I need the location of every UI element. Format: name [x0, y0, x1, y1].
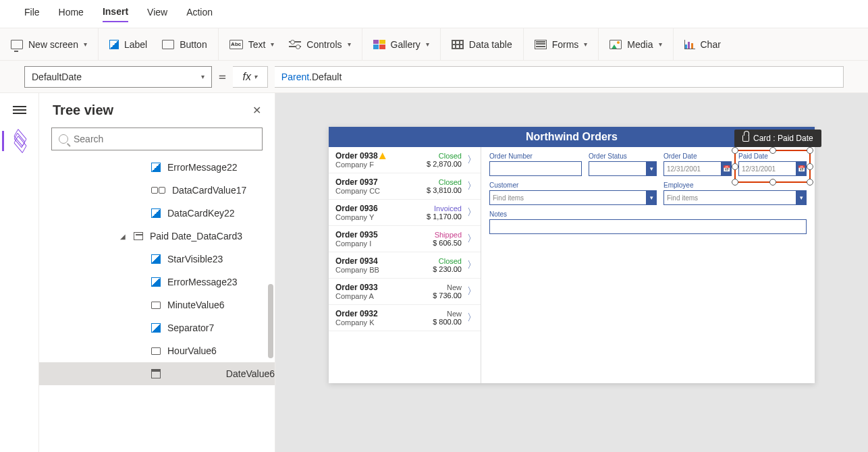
search-icon	[59, 134, 68, 144]
employee-select[interactable]: Find items▾	[663, 190, 807, 205]
order-row[interactable]: Order 0937Company CCClosed$ 3,810.00〉	[329, 173, 481, 200]
field-order-date: Order Date 12/31/2001📅	[663, 152, 732, 176]
scrollbar-thumb[interactable]	[268, 284, 273, 358]
chevron-right-icon: 〉	[467, 233, 477, 245]
link-icon	[151, 187, 165, 194]
chevron-down-icon: ▾	[426, 40, 429, 48]
edit-icon	[151, 163, 161, 172]
label-icon	[109, 40, 119, 49]
customer-select[interactable]: Find items▾	[489, 190, 657, 205]
expand-icon[interactable]: ◢	[120, 233, 127, 240]
form-icon	[535, 40, 547, 49]
order-date-input[interactable]: 12/31/2001📅	[663, 161, 732, 176]
order-row[interactable]: Order 0933Company ANew$ 736.00〉	[329, 279, 481, 305]
search-box[interactable]	[51, 128, 263, 150]
equals-sign: =	[219, 69, 226, 84]
tree-item[interactable]: MinuteValue6	[39, 293, 275, 316]
label-button[interactable]: Label	[109, 39, 147, 50]
tree-view-rail-button[interactable]	[2, 131, 27, 151]
gallery-icon	[373, 40, 385, 49]
tab-insert[interactable]: Insert	[103, 6, 128, 22]
close-icon[interactable]: ✕	[252, 104, 261, 117]
button-icon	[162, 40, 174, 49]
left-rail	[0, 93, 39, 452]
calendar-icon: 📅	[796, 161, 807, 176]
tree-view-title: Tree view	[53, 103, 113, 118]
chevron-right-icon: 〉	[467, 285, 477, 298]
table-icon	[452, 40, 464, 49]
field-order-number: Order Number	[489, 152, 582, 176]
chevron-down-icon: ▾	[201, 73, 205, 80]
app-preview: Northwind Orders Order 0938Company FClos…	[329, 127, 815, 383]
search-input[interactable]	[74, 134, 255, 144]
chevron-right-icon: 〉	[467, 206, 477, 219]
chart-icon	[684, 40, 695, 49]
text-dropdown[interactable]: Abc Text ▾	[229, 39, 275, 50]
chevron-right-icon: 〉	[467, 259, 477, 271]
tree-item-parent[interactable]: ◢Paid Date_DataCard3	[39, 225, 275, 248]
tree-item-selected[interactable]: DateValue6	[39, 362, 275, 385]
controls-dropdown[interactable]: Controls ▾	[289, 39, 350, 50]
canvas[interactable]: Northwind Orders Order 0938Company FClos…	[275, 93, 868, 452]
tab-view[interactable]: View	[147, 7, 167, 22]
chevron-down-icon: ▾	[646, 190, 657, 205]
paid-date-input[interactable]: 12/31/2001📅	[738, 161, 807, 176]
order-number-input[interactable]	[489, 161, 582, 176]
order-status-select[interactable]: ▾	[589, 161, 657, 176]
field-paid-date: Paid Date 12/31/2001📅	[738, 152, 807, 176]
new-screen-button[interactable]: New screen ▾	[11, 39, 87, 50]
button-button[interactable]: Button	[162, 39, 207, 50]
field-notes: Notes	[489, 210, 807, 234]
tree-item[interactable]: ErrorMessage22	[39, 156, 275, 179]
data-table-button[interactable]: Data table	[452, 39, 512, 50]
controls-icon	[289, 40, 301, 49]
selection-tooltip: Card : Paid Date	[734, 130, 821, 147]
tree-item[interactable]: DataCardKey22	[39, 202, 275, 225]
chevron-right-icon: 〉	[467, 154, 477, 166]
chevron-right-icon: 〉	[467, 180, 477, 192]
order-row[interactable]: Order 0936Company YInvoiced$ 1,170.00〉	[329, 200, 481, 226]
calendar-icon: 📅	[721, 161, 732, 176]
tab-home[interactable]: Home	[59, 7, 84, 22]
media-icon	[609, 40, 622, 49]
order-row[interactable]: Order 0934Company BBClosed$ 230.00〉	[329, 252, 481, 279]
order-row[interactable]: Order 0935Company IShipped$ 606.50〉	[329, 226, 481, 252]
fx-dropdown[interactable]: fx ▾	[233, 66, 268, 88]
edit-icon	[151, 277, 161, 287]
chevron-down-icon: ▾	[84, 40, 87, 48]
forms-dropdown[interactable]: Forms ▾	[535, 39, 588, 50]
ribbon: New screen ▾ Label Button Abc Text ▾ Con…	[0, 28, 868, 61]
formula-bar: DefaultDate ▾ = fx ▾ Parent.Default	[0, 61, 868, 93]
chevron-down-icon: ▾	[254, 73, 257, 80]
tree-item[interactable]: Separator7	[39, 316, 275, 339]
tree-list: ErrorMessage22 DataCardValue17 DataCardK…	[39, 156, 275, 452]
formula-input[interactable]: Parent.Default	[275, 66, 844, 88]
hamburger-icon[interactable]	[13, 104, 26, 116]
tree-item[interactable]: HourValue6	[39, 339, 275, 362]
order-list: Order 0938Company FClosed$ 2,870.00〉Orde…	[329, 147, 481, 383]
tree-item[interactable]: ErrorMessage23	[39, 271, 275, 293]
media-dropdown[interactable]: Media ▾	[609, 39, 661, 50]
chevron-down-icon: ▾	[659, 40, 662, 48]
tree-item[interactable]: DataCardValue17	[39, 179, 275, 202]
layers-icon	[12, 135, 27, 147]
order-row[interactable]: Order 0938Company FClosed$ 2,870.00〉	[329, 147, 481, 173]
warning-icon	[379, 152, 386, 159]
tab-file[interactable]: File	[24, 7, 40, 22]
chart-dropdown[interactable]: Char	[684, 39, 721, 50]
order-row[interactable]: Order 0932Company KNew$ 800.00〉	[329, 305, 481, 331]
lock-icon	[742, 135, 749, 142]
card-icon	[134, 232, 143, 240]
box-icon	[151, 347, 161, 355]
tree-item[interactable]: StarVisible23	[39, 248, 275, 271]
top-menu: File Home Insert View Action	[0, 0, 868, 28]
chevron-down-icon: ▾	[796, 190, 807, 205]
notes-input[interactable]	[489, 219, 807, 234]
form-area: Order Number Order Status ▾ Order Date 1…	[481, 147, 815, 383]
gallery-dropdown[interactable]: Gallery ▾	[373, 39, 429, 50]
field-customer: Customer Find items▾	[489, 181, 657, 205]
tab-action[interactable]: Action	[186, 7, 213, 22]
property-selector[interactable]: DefaultDate ▾	[24, 66, 212, 88]
edit-icon	[151, 254, 161, 264]
tree-view-panel: Tree view ✕ ErrorMessage22 DataCardValue…	[39, 93, 275, 452]
